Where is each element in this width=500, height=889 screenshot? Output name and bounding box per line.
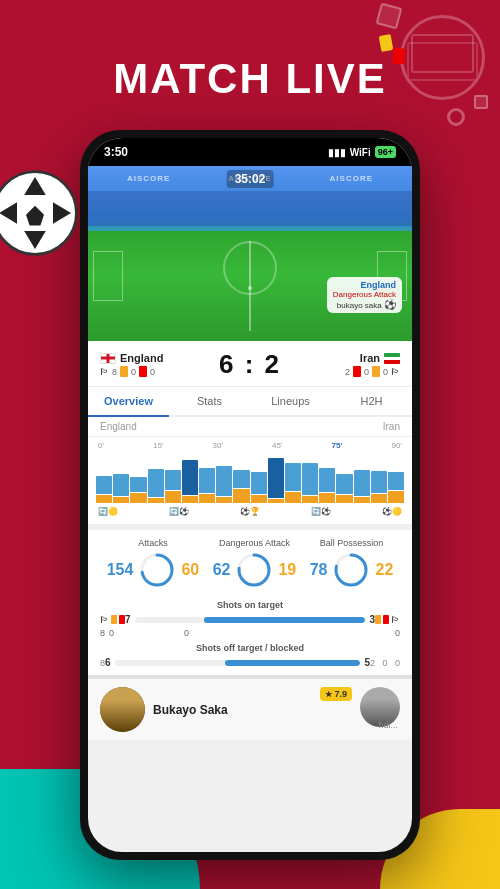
shots-on-extra-row: 8 0 0 0 xyxy=(100,628,400,640)
player-rating: 7.9 xyxy=(320,687,352,701)
possession-home: 78 xyxy=(310,561,328,579)
home-yellow-card xyxy=(120,366,128,377)
away-team-label: Iran xyxy=(383,421,400,432)
event-popup: England Dangerous Attack bukayo saka ⚽ xyxy=(327,277,402,313)
timeline-minutes: 0' 15' 30' 45' 75' 90' xyxy=(96,441,404,450)
possession-stat: Ball Possession 78 22 xyxy=(310,538,394,588)
away-team-name: Iran xyxy=(291,352,400,364)
match-timer: 35:02 xyxy=(227,170,274,188)
on-extra-home: 8 xyxy=(100,628,105,638)
tab-overview[interactable]: Overview xyxy=(88,387,169,417)
event-team: England xyxy=(333,280,396,290)
teams-label-row: England Iran xyxy=(88,417,412,437)
home-team-info: England 🏳 8 0 0 xyxy=(100,352,209,377)
second-player-name: hdi... xyxy=(378,720,398,730)
attacks-away: 60 xyxy=(181,561,199,579)
attacks-home: 154 xyxy=(107,561,134,579)
shots-off-target-header: Shots off target / blocked xyxy=(100,643,400,653)
score-display: 6 : 2 xyxy=(209,349,291,380)
on-extra-away: 0 xyxy=(395,628,400,638)
tab-lineups[interactable]: Lineups xyxy=(250,387,331,417)
home-team-stats: 🏳 8 0 0 xyxy=(100,366,209,377)
page-title: MATCH LIVE xyxy=(0,55,500,103)
shots-off-target-row: 8 6 5 2 0 0 xyxy=(100,657,400,668)
stadium-section: AISCORE AISCORE AISCORE 35:02 England Da… xyxy=(88,166,412,341)
on-target-away-yellow xyxy=(375,615,381,624)
dangerous-attack-home: 62 xyxy=(213,561,231,579)
event-icon-1: 🔄🟡 xyxy=(98,507,118,516)
dangerous-attack-stat: Dangerous Attack 62 19 xyxy=(213,538,297,588)
score-text: 6 : 2 xyxy=(219,349,281,380)
away-yellow-card xyxy=(372,366,380,377)
status-icons: ▮▮▮ WiFi 96+ xyxy=(328,146,396,158)
shots-on-right: 🏳 xyxy=(375,615,400,625)
shots-on-target-row: 🏳 7 3 🏳 xyxy=(100,614,400,625)
shots-on-left: 🏳 xyxy=(100,615,125,625)
shots-on-target-header: Shots on target xyxy=(100,600,400,610)
aiscore-label-3: AISCORE xyxy=(330,174,373,183)
event-player: bukayo saka ⚽ xyxy=(333,299,396,310)
attacks-circle-row: 154 60 xyxy=(107,552,200,588)
player-avatar xyxy=(100,687,145,732)
possession-away: 22 xyxy=(375,561,393,579)
dangerous-attack-circle-row: 62 19 xyxy=(213,552,297,588)
score-section: England 🏳 8 0 0 6 : 2 xyxy=(88,341,412,387)
battery-icon: 96+ xyxy=(375,146,396,158)
attacks-label: Attacks xyxy=(107,538,200,548)
event-type: Dangerous Attack xyxy=(333,290,396,299)
away-team-info: Iran 2 0 0 🏳 xyxy=(291,352,400,377)
soccer-ball-decoration xyxy=(0,168,80,258)
on-target-away-red xyxy=(383,615,389,624)
stats-section: Attacks 154 60 Dangerous Attack 62 xyxy=(88,524,412,596)
event-icon-5: ⚽🟡 xyxy=(382,507,402,516)
wifi-icon: WiFi xyxy=(350,147,371,158)
possession-circle-row: 78 22 xyxy=(310,552,394,588)
tab-h2h[interactable]: H2H xyxy=(331,387,412,417)
home-team-label: England xyxy=(100,421,137,432)
away-red-card xyxy=(353,366,361,377)
tab-stats[interactable]: Stats xyxy=(169,387,250,417)
timeline-events: 🔄🟡 🔄⚽ ⚽🏆 🔄⚽ ⚽🟡 xyxy=(96,503,404,520)
home-red-card xyxy=(139,366,147,377)
shots-off-target-home: 6 xyxy=(105,657,111,668)
shots-on-target-home: 7 xyxy=(125,614,131,625)
on-target-home-yellow xyxy=(111,615,117,624)
event-icon-3: ⚽🏆 xyxy=(240,507,260,516)
shots-section: Shots on target 🏳 7 3 🏳 xyxy=(88,596,412,675)
event-icon-4: 🔄⚽ xyxy=(311,507,331,516)
phone-frame: 3:50 ▮▮▮ WiFi 96+ AISCORE xyxy=(80,130,420,860)
home-team-name: England xyxy=(100,352,209,364)
attacks-stat: Attacks 154 60 xyxy=(107,538,200,588)
players-section: Bukayo Saka 7.9 hdi... xyxy=(88,675,412,740)
aiscore-label-1: AISCORE xyxy=(127,174,170,183)
shots-on-target-bar xyxy=(135,617,366,623)
iran-flag xyxy=(384,353,400,364)
dangerous-attack-label: Dangerous Attack xyxy=(213,538,297,548)
possession-label: Ball Possession xyxy=(310,538,394,548)
shots-off-right: 2 0 0 xyxy=(370,658,400,668)
england-flag xyxy=(100,353,116,364)
player-name: Bukayo Saka xyxy=(153,703,228,717)
timeline-section: 0' 15' 30' 45' 75' 90' xyxy=(88,437,412,524)
away-team-stats: 2 0 0 🏳 xyxy=(291,366,400,377)
event-icon-2: 🔄⚽ xyxy=(169,507,189,516)
dangerous-attack-away: 19 xyxy=(278,561,296,579)
status-bar: 3:50 ▮▮▮ WiFi 96+ xyxy=(88,138,412,166)
status-time: 3:50 xyxy=(104,145,128,159)
tabs-row: Overview Stats Lineups H2H xyxy=(88,387,412,417)
shots-off-target-bar xyxy=(115,660,361,666)
signal-icon: ▮▮▮ xyxy=(328,147,346,158)
timeline-bars xyxy=(96,453,404,503)
